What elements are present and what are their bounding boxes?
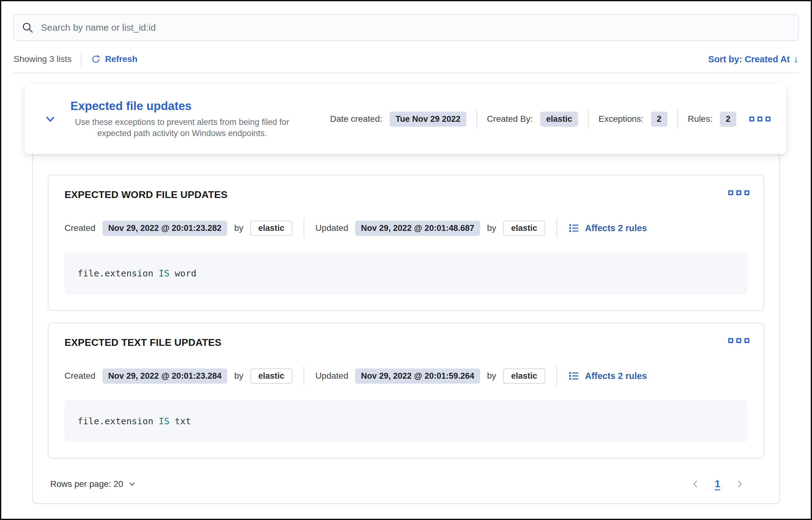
exception-item-menu-button[interactable] xyxy=(727,188,751,197)
divider xyxy=(476,110,477,128)
chevron-left-icon xyxy=(691,479,700,489)
divider xyxy=(557,366,557,386)
exception-list-title-link[interactable]: Expected file updates xyxy=(70,100,192,113)
next-page-button[interactable] xyxy=(734,478,746,490)
condition-operator: IS xyxy=(158,416,169,426)
affects-rules-link[interactable]: Affects 2 rules xyxy=(568,370,647,382)
exception-item-meta: Created Nov 29, 2022 @ 20:01:23.284 by e… xyxy=(65,366,747,386)
created-label: Created xyxy=(65,371,96,381)
boxes-horizontal-icon xyxy=(728,190,733,195)
chevron-down-icon xyxy=(128,480,136,488)
divider xyxy=(588,110,589,128)
search-icon xyxy=(22,22,33,33)
exception-list-header-card: Expected file updates Use these exceptio… xyxy=(25,84,787,154)
search-input[interactable] xyxy=(40,22,790,33)
affects-rules-label: Affects 2 rules xyxy=(585,371,647,381)
chevron-down-icon xyxy=(44,112,57,126)
by-label: by xyxy=(234,371,244,381)
rows-per-page-label: Rows per page: 20 xyxy=(50,479,123,489)
pagination-controls: 1 xyxy=(689,478,746,490)
exception-item-menu-button[interactable] xyxy=(727,336,751,345)
rules-count-badge: 2 xyxy=(720,111,736,127)
bulleted-list-icon xyxy=(568,370,580,382)
pagination-row: Rows per page: 20 1 xyxy=(48,472,764,496)
exception-item-name: EXPECTED TEXT FILE UPDATES xyxy=(65,337,747,348)
refresh-label: Refresh xyxy=(105,54,138,64)
exceptions-count-label: Exceptions: xyxy=(599,114,644,124)
divider xyxy=(304,366,304,386)
sort-label: Sort by: Created At xyxy=(708,54,790,64)
chevron-right-icon xyxy=(735,479,744,489)
condition-value: txt xyxy=(175,416,191,426)
created-at-badge: Nov 29, 2022 @ 20:01:23.284 xyxy=(102,368,228,384)
boxes-horizontal-icon xyxy=(749,116,754,122)
collapse-accordion-button[interactable] xyxy=(44,112,57,126)
created-by-label: Created By: xyxy=(487,114,533,124)
updated-at-badge: Nov 29, 2022 @ 20:01:59.264 xyxy=(355,368,481,384)
date-created-label: Date created: xyxy=(330,114,382,124)
divider xyxy=(557,218,557,238)
affects-rules-label: Affects 2 rules xyxy=(585,223,647,233)
updated-by-badge: elastic xyxy=(503,368,545,384)
divider xyxy=(678,110,678,128)
exception-list-body: EXPECTED WORD FILE UPDATES Created Nov 2… xyxy=(32,94,780,504)
refresh-button[interactable]: Refresh xyxy=(91,54,138,64)
created-by-badge: elastic xyxy=(540,111,578,127)
created-at-badge: Nov 29, 2022 @ 20:01:23.282 xyxy=(102,220,228,236)
condition-field: file.extension xyxy=(77,268,153,279)
by-label: by xyxy=(487,223,496,233)
affects-rules-link[interactable]: Affects 2 rules xyxy=(568,223,647,234)
by-label: by xyxy=(487,371,496,381)
exception-list-description: Use these exceptions to prevent alerts f… xyxy=(70,116,294,139)
toolbar: Showing 3 lists Refresh Sort by: Created… xyxy=(14,50,798,68)
updated-label: Updated xyxy=(315,371,348,381)
showing-lists-count: Showing 3 lists xyxy=(14,54,72,64)
date-created-badge: Tue Nov 29 2022 xyxy=(390,111,466,127)
divider xyxy=(81,52,81,66)
exceptions-count-badge: 2 xyxy=(651,111,667,127)
exception-item-card: EXPECTED TEXT FILE UPDATES Created Nov 2… xyxy=(48,322,764,459)
condition-code-block: file.extensionISword xyxy=(65,253,747,294)
list-menu-button[interactable] xyxy=(747,115,772,123)
exception-item-name: EXPECTED WORD FILE UPDATES xyxy=(65,189,747,201)
shared-exception-lists-page: Showing 3 lists Refresh Sort by: Created… xyxy=(0,0,812,520)
search-bar xyxy=(13,14,799,41)
list-title-block: Expected file updates Use these exceptio… xyxy=(70,100,294,139)
sort-by-button[interactable]: Sort by: Created At ↓ xyxy=(708,54,798,65)
exception-item-card: EXPECTED WORD FILE UPDATES Created Nov 2… xyxy=(48,175,764,311)
created-by-badge: elastic xyxy=(250,368,293,384)
refresh-icon xyxy=(91,54,101,64)
list-meta: Date created: Tue Nov 29 2022 Created By… xyxy=(330,110,772,128)
condition-operator: IS xyxy=(158,268,169,279)
condition-value: word xyxy=(175,268,196,279)
horizontal-rule xyxy=(14,73,798,73)
rows-per-page-button[interactable]: Rows per page: 20 xyxy=(48,479,139,489)
exception-item-meta: Created Nov 29, 2022 @ 20:01:23.282 by e… xyxy=(65,218,747,238)
updated-by-badge: elastic xyxy=(503,220,545,236)
bulleted-list-icon xyxy=(568,223,580,234)
by-label: by xyxy=(234,223,244,233)
created-by-badge: elastic xyxy=(250,220,293,236)
page-number-1[interactable]: 1 xyxy=(715,478,720,490)
sort-direction-arrow-icon: ↓ xyxy=(794,54,799,65)
updated-at-badge: Nov 29, 2022 @ 20:01:48.687 xyxy=(355,220,481,236)
boxes-horizontal-icon xyxy=(728,338,733,343)
divider xyxy=(304,218,304,238)
updated-label: Updated xyxy=(315,223,348,233)
previous-page-button[interactable] xyxy=(689,478,701,490)
condition-field: file.extension xyxy=(77,416,153,426)
condition-code-block: file.extensionIStxt xyxy=(65,400,747,442)
created-label: Created xyxy=(65,223,96,233)
rules-count-label: Rules: xyxy=(688,114,712,124)
